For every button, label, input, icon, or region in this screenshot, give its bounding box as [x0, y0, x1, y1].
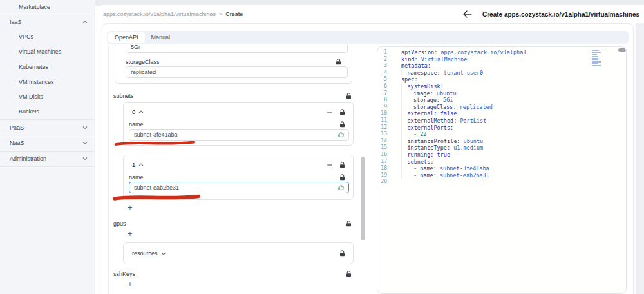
- editor-line[interactable]: 14instanceProfile: ubuntu: [377, 138, 626, 145]
- sidebar-item-label: Virtual Machines: [19, 48, 61, 55]
- lock-icon[interactable]: [339, 250, 345, 257]
- form-scrollbar-thumb[interactable]: [361, 157, 365, 240]
- line-number: 17: [377, 159, 387, 166]
- yaml-editor[interactable]: 1apiVersion: apps.cozystack.io/v1alpha12…: [377, 46, 627, 294]
- storage-input[interactable]: 5Gi: [126, 45, 348, 53]
- collapse-toggle-icon[interactable]: [138, 163, 144, 166]
- subnets-label: subnets: [113, 93, 134, 99]
- thumbs-up-icon[interactable]: [337, 132, 345, 139]
- editor-line[interactable]: 19- name: subnet-eab2be31: [377, 172, 626, 179]
- sidebar-item-vpcs[interactable]: VPCs: [0, 29, 95, 44]
- subnet-item-index: 1: [132, 161, 135, 168]
- line-number: 16: [377, 152, 387, 159]
- remove-item-icon[interactable]: [327, 162, 333, 168]
- editor-line[interactable]: 16running: true: [377, 152, 626, 159]
- add-sshkey-button[interactable]: +: [126, 280, 135, 289]
- editor-line[interactable]: 2kind: VirtualMachine: [377, 56, 626, 63]
- sidebar-item-buckets[interactable]: Buckets: [0, 104, 95, 119]
- sidebar-item-label: Marketplace: [19, 4, 50, 10]
- page-scroll-gutter: [636, 23, 644, 294]
- line-number: 20: [377, 179, 387, 186]
- editor-line[interactable]: 13- 22: [377, 131, 626, 138]
- storage-class-label: storageClass: [126, 59, 160, 65]
- sidebar-item-label: PaaS: [10, 124, 24, 131]
- line-number: 15: [377, 144, 387, 152]
- editor-line[interactable]: 15instanceType: u1.medium: [377, 144, 626, 152]
- line-number: 11: [377, 117, 387, 124]
- sshkeys-label: sshKeys: [113, 271, 135, 277]
- editor-line[interactable]: 5spec:: [377, 76, 626, 83]
- sidebar-item-iaas[interactable]: IaaS: [0, 14, 95, 29]
- back-arrow-icon[interactable]: [463, 10, 472, 18]
- line-number: 13: [377, 131, 387, 138]
- editor-line[interactable]: 1apiVersion: apps.cozystack.io/v1alpha1: [377, 49, 626, 56]
- sidebar-item-label: VPCs: [19, 34, 33, 40]
- tab-bar: OpenAPI Manual: [107, 31, 629, 44]
- lock-icon[interactable]: [339, 121, 345, 128]
- sidebar-item-vm-disks[interactable]: VM Disks: [0, 89, 95, 104]
- subnet-item-card-0: 0namesubnet-3fe41aba: [123, 102, 354, 146]
- add-subnet-button[interactable]: +: [126, 204, 135, 213]
- add-gpu-button[interactable]: +: [126, 230, 135, 239]
- editor-line[interactable]: 11externalMethod: PortList: [377, 117, 626, 124]
- editor-line[interactable]: 7image: ubuntu: [377, 90, 626, 97]
- breadcrumb-current: Create: [225, 11, 243, 17]
- sidebar-item-label: Kubernetes: [19, 64, 48, 70]
- subnet-name-label: name: [129, 174, 144, 181]
- subnet-1-name-input[interactable]: subnet-eab2be31: [129, 182, 349, 193]
- subnet-item-index: 0: [132, 108, 135, 115]
- lock-icon[interactable]: [346, 271, 352, 277]
- lock-icon[interactable]: [339, 162, 345, 168]
- storage-class-input[interactable]: replicated: [126, 66, 348, 78]
- editor-scrollbar-thumb[interactable]: [618, 48, 626, 52]
- sshkeys-section-header: sshKeys: [113, 270, 352, 278]
- collapse-toggle-icon[interactable]: [138, 110, 144, 113]
- line-number: 18: [377, 165, 387, 172]
- chevron-down-icon: [161, 252, 166, 255]
- editor-line[interactable]: 4namespace: tenant-user0: [377, 70, 626, 77]
- line-number: 3: [377, 63, 387, 70]
- chevron-down-icon: [82, 157, 88, 161]
- editor-line[interactable]: 18- name: subnet-3fe41aba: [377, 165, 626, 172]
- line-number: 6: [377, 83, 387, 90]
- resources-toggle[interactable]: resources: [132, 250, 166, 257]
- editor-line[interactable]: 8storage: 5Gi: [377, 97, 626, 104]
- form-panel: 5Gi storageClass replicated subnets 0nam…: [108, 45, 366, 294]
- line-number: 4: [377, 70, 387, 77]
- thumbs-up-icon[interactable]: [337, 184, 345, 191]
- subnet-0-name-input[interactable]: subnet-3fe41aba: [129, 129, 349, 141]
- line-number: 2: [377, 56, 387, 63]
- editor-minimap[interactable]: [592, 50, 607, 68]
- remove-item-icon[interactable]: [327, 109, 333, 115]
- editor-line[interactable]: 3metadata:: [377, 63, 626, 70]
- editor-line[interactable]: 17subnets:: [377, 159, 626, 166]
- sidebar-item-virtual-machines[interactable]: Virtual Machines: [0, 44, 95, 59]
- line-number: 8: [377, 97, 387, 104]
- sidebar-item-kubernetes[interactable]: Kubernetes: [0, 59, 95, 74]
- gpus-section-header: gpus: [113, 220, 352, 228]
- sidebar-item-label: Administration: [10, 155, 46, 162]
- lock-icon[interactable]: [336, 59, 341, 65]
- lock-icon[interactable]: [346, 93, 352, 99]
- sidebar-item-paas[interactable]: PaaS: [0, 120, 95, 135]
- tab-openapi[interactable]: OpenAPI: [108, 32, 145, 43]
- header-right: Create apps.cozystack.io/v1alpha1/virtua…: [463, 5, 639, 23]
- editor-line[interactable]: 12externalPorts:: [377, 124, 626, 132]
- sidebar-item-vm-instances[interactable]: VM Instances: [0, 74, 95, 89]
- tab-manual[interactable]: Manual: [145, 32, 177, 43]
- editor-line[interactable]: 10external: false: [377, 110, 626, 117]
- sidebar-item-administration[interactable]: Administration: [0, 152, 95, 166]
- editor-line[interactable]: 20: [377, 179, 626, 186]
- lock-icon[interactable]: [346, 220, 352, 227]
- editor-line[interactable]: 6systemDisk:: [377, 83, 626, 90]
- sidebar-item-label: IaaS: [10, 19, 22, 25]
- lock-icon[interactable]: [339, 109, 345, 115]
- sidebar-item-marketplace[interactable]: Marketplace: [0, 0, 95, 14]
- editor-line[interactable]: 9storageClass: replicated: [377, 104, 626, 111]
- resources-group: resources: [123, 242, 354, 264]
- sidebar-item-naas[interactable]: NaaS: [0, 135, 95, 150]
- breadcrumb-path[interactable]: apps.cozystack.io/v1alpha1/virtualmachin…: [103, 11, 216, 17]
- subnets-section-header: subnets: [113, 92, 352, 100]
- lock-icon[interactable]: [339, 174, 345, 181]
- line-number: 12: [377, 124, 387, 132]
